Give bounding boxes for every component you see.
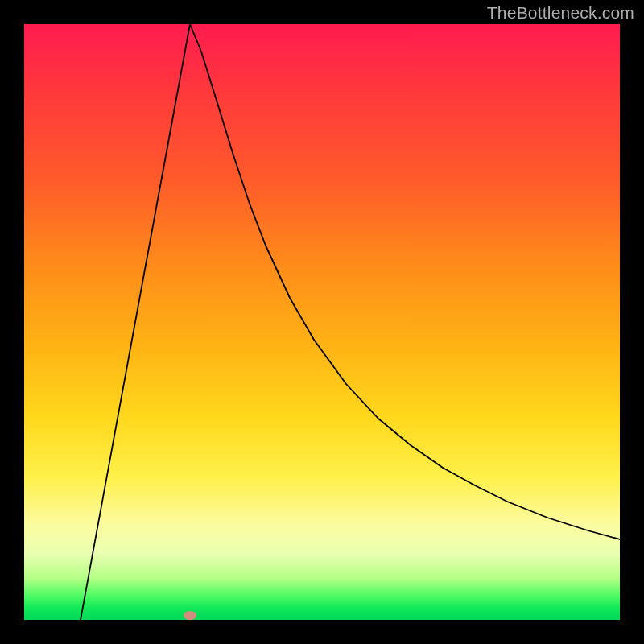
plot-area <box>24 24 620 620</box>
minimum-marker <box>184 611 196 620</box>
watermark-text: TheBottleneck.com <box>487 3 634 23</box>
curve-right-segment <box>190 24 620 539</box>
curve-svg <box>24 24 620 620</box>
curve-left-segment <box>80 24 190 620</box>
chart-frame: TheBottleneck.com <box>0 0 644 644</box>
